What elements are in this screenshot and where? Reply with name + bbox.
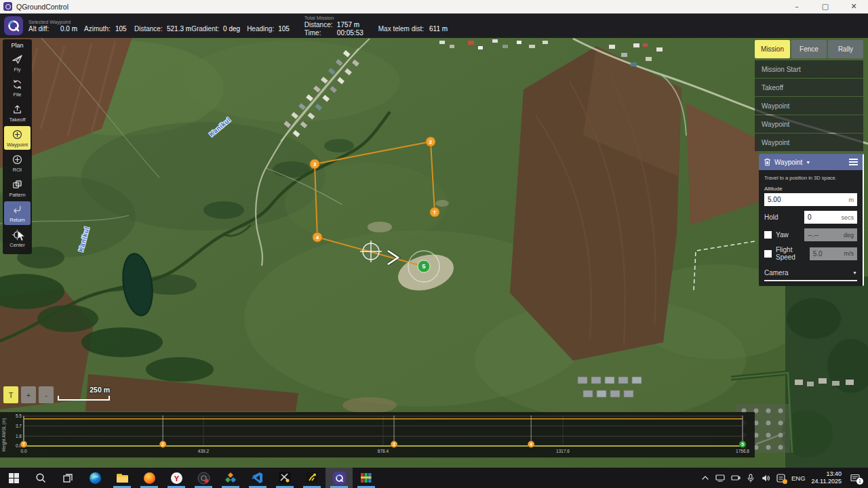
plan-title: Plan: [11, 42, 23, 49]
taskbar-app-firefox[interactable]: [136, 468, 163, 488]
zoom-out-button[interactable]: -: [39, 386, 54, 403]
chart-xtick: 878.4: [378, 449, 389, 453]
profile-waypoint-3[interactable]: 3: [391, 441, 397, 448]
map-waypoint-T[interactable]: T: [430, 207, 439, 217]
zoom-in-button[interactable]: +: [21, 386, 36, 403]
tab-mission[interactable]: Mission: [755, 40, 790, 58]
diamonds-icon: [224, 472, 237, 484]
profile-waypoint-4[interactable]: 4: [528, 441, 534, 448]
taskbar-app-vscode[interactable]: [244, 468, 271, 488]
taskbar-app-game-2[interactable]: [298, 468, 326, 488]
river-label: Kanikul: [208, 116, 232, 138]
windows-logo-icon: [9, 473, 19, 483]
altitude-input[interactable]: 5.00 m: [764, 193, 857, 206]
list-item-waypoint-1[interactable]: Waypoint: [755, 97, 863, 115]
chevron-down-icon: ▼: [852, 270, 857, 275]
waypoint-editor-header[interactable]: Waypoint ▼: [759, 154, 863, 170]
taskbar-app-diamonds[interactable]: [217, 468, 244, 488]
profile-waypoint-2[interactable]: 2: [159, 441, 166, 448]
minimize-button[interactable]: –: [783, 0, 811, 14]
window-title: QGroundControl: [16, 3, 68, 11]
svg-text:3: 3: [393, 442, 395, 447]
flight-speed-input[interactable]: 5.0 m/s: [810, 247, 857, 260]
speaker-icon[interactable]: [761, 474, 770, 483]
yandex-icon: Y: [170, 472, 183, 485]
taskbar-app-media-player[interactable]: [190, 468, 217, 488]
hold-input[interactable]: 0 secs: [804, 211, 857, 224]
notification-center-button[interactable]: 1: [850, 474, 860, 483]
map-waypoint-3[interactable]: 3: [310, 159, 319, 169]
titlebar[interactable]: QGroundControl – ▢ ✕: [0, 0, 868, 14]
edge-icon: [89, 472, 102, 485]
heading-value: 105: [278, 25, 290, 33]
start-button[interactable]: [0, 468, 27, 488]
svg-text:3: 3: [313, 161, 317, 167]
map-scale-label: 250 m: [58, 386, 110, 394]
camera-label: Camera: [764, 269, 789, 277]
tool-return[interactable]: Return: [4, 201, 31, 225]
plus-circle-icon: [12, 154, 23, 165]
microphone-icon[interactable]: [747, 474, 755, 483]
gradient-value: 0 deg: [218, 25, 247, 33]
device-icon[interactable]: [731, 474, 741, 482]
camera-section[interactable]: Camera ▼: [764, 269, 857, 277]
tool-takeoff[interactable]: Takeoff: [4, 101, 31, 125]
chart-ytick: 1.8: [16, 434, 22, 439]
tray-app-icon[interactable]: [776, 474, 785, 483]
list-item-waypoint-3[interactable]: Waypoint: [755, 134, 863, 151]
list-item-takeoff[interactable]: Takeoff: [755, 79, 863, 96]
taskbar-clock[interactable]: 13:40 24.11.2025: [812, 470, 842, 485]
tool-fly[interactable]: Fly: [4, 51, 31, 75]
flight-speed-checkbox[interactable]: [764, 250, 772, 258]
language-indicator[interactable]: ENG: [791, 474, 806, 482]
taskbar-app-file-explorer[interactable]: [108, 468, 136, 488]
tool-waypoint[interactable]: Waypoint: [4, 126, 31, 150]
map-waypoint-5[interactable]: 5: [408, 251, 439, 282]
tab-fence[interactable]: Fence: [791, 40, 827, 58]
close-button[interactable]: ✕: [840, 0, 868, 14]
restore-button[interactable]: ▢: [811, 0, 840, 14]
taskbar-search-button[interactable]: [27, 468, 54, 488]
tool-pattern[interactable]: Pattern: [4, 176, 31, 200]
chart-ytick: 5.5: [16, 413, 22, 418]
taskbar-app-edge[interactable]: [81, 468, 108, 488]
hidden-icons-chevron-icon[interactable]: [701, 474, 709, 482]
insert-waypoint-cursor[interactable]: [360, 241, 382, 262]
chevron-down-icon[interactable]: ▼: [806, 160, 810, 165]
hamburger-menu-icon[interactable]: [849, 159, 858, 165]
taskbar-app-game-1[interactable]: [271, 468, 298, 488]
editor-description: Travel to a position in 3D space.: [764, 175, 857, 181]
mission-item-list: Mission Start Takeoff Waypoint Waypoint …: [755, 60, 863, 152]
altitude-unit: m: [849, 197, 854, 203]
task-view-button[interactable]: [54, 468, 81, 488]
taskbar-app-yandex-browser[interactable]: Y: [163, 468, 190, 488]
mouse-cursor: [17, 230, 26, 243]
taskbar-app-winrar[interactable]: [353, 468, 380, 488]
orange-status-dot: [783, 479, 787, 484]
map-waypoint-2[interactable]: 2: [426, 137, 435, 146]
svg-text:Y: Y: [174, 474, 179, 482]
profile-waypoint-5[interactable]: 5: [739, 441, 746, 448]
altitude-label: Altitude: [764, 186, 857, 192]
yaw-checkbox[interactable]: [764, 231, 772, 239]
map-waypoint-4[interactable]: 4: [313, 232, 322, 242]
plan-toolbar: Plan Fly File Takeoff Waypoint ROI Patte…: [3, 39, 32, 254]
tab-rally[interactable]: Rally: [828, 40, 863, 58]
svg-text:5: 5: [741, 442, 744, 447]
selected-waypoint-title: Selected Waypoint: [28, 19, 290, 25]
trash-icon[interactable]: [764, 158, 771, 166]
taskbar-app-qgroundcontrol[interactable]: [326, 468, 353, 488]
cast-display-icon[interactable]: [715, 474, 725, 482]
svg-text:2: 2: [429, 139, 433, 145]
azimuth-value: 105: [115, 25, 134, 33]
qgc-logo-icon[interactable]: [4, 16, 23, 35]
editor-title: Waypoint: [774, 159, 802, 166]
list-item-waypoint-2[interactable]: Waypoint: [755, 115, 863, 133]
tool-file[interactable]: File: [4, 76, 31, 100]
profile-waypoint-T[interactable]: T: [20, 441, 27, 448]
svg-text:T: T: [433, 209, 437, 216]
yaw-input[interactable]: --.-- deg: [804, 228, 857, 241]
tool-roi[interactable]: ROI: [4, 151, 31, 175]
list-item-mission-start[interactable]: Mission Start: [755, 60, 863, 78]
terrain-button[interactable]: T: [3, 386, 18, 403]
